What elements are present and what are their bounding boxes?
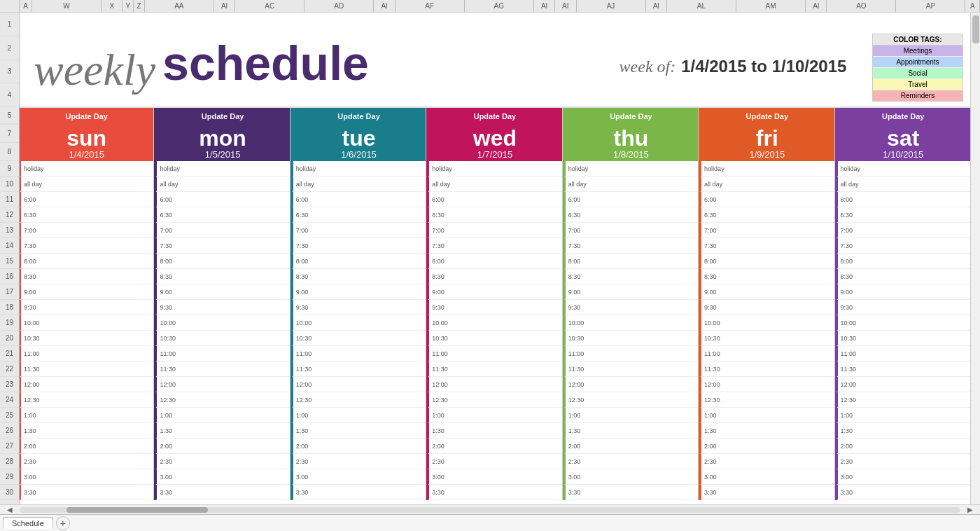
- row-num-29: 29: [0, 469, 19, 485]
- row-num-24: 24: [0, 392, 19, 408]
- time-row-mon-6: 8:00: [155, 254, 289, 269]
- time-row-sat-11: 10:30: [836, 331, 970, 346]
- row-num-9: 9: [0, 161, 19, 177]
- time-label-sat-11: 10:30: [838, 335, 859, 342]
- time-label-sun-11: 10:30: [21, 335, 42, 342]
- time-row-tue-2: 6:00: [292, 192, 426, 207]
- time-row-sun-11: 10:30: [20, 331, 153, 346]
- update-day-btn-tue[interactable]: Update Day: [292, 108, 426, 125]
- time-row-sat-12: 11:00: [836, 346, 970, 361]
- col-hdr-ap: AP: [896, 0, 965, 12]
- row-num-11: 11: [0, 192, 19, 207]
- time-label-thu-17: 1:30: [566, 427, 587, 434]
- row-num-3: 3: [0, 60, 19, 84]
- add-sheet-button[interactable]: +: [56, 516, 70, 530]
- time-label-mon-3: 6:30: [157, 212, 178, 219]
- col-hdr-ak: Al: [646, 0, 667, 12]
- time-row-tue-3: 6:30: [292, 207, 426, 223]
- day-date-wed: 1/7/2015: [477, 149, 513, 160]
- time-row-sun-4: 7:00: [20, 223, 153, 238]
- update-day-btn-thu[interactable]: Update Day: [564, 108, 698, 125]
- time-row-mon-15: 12:30: [155, 392, 289, 408]
- time-label-tue-1: all day: [293, 181, 314, 188]
- time-label-sun-19: 2:30: [21, 458, 42, 465]
- time-row-sat-17: 1:30: [836, 423, 970, 439]
- time-label-sat-21: 3:30: [838, 489, 859, 496]
- time-label-tue-6: 8:00: [293, 258, 314, 265]
- time-row-mon-12: 11:00: [155, 346, 289, 361]
- time-row-sun-13: 11:30: [20, 361, 153, 377]
- day-date-fri: 1/9/2015: [750, 149, 785, 160]
- col-hdr-ah: Al: [534, 0, 555, 12]
- update-day-btn-wed[interactable]: Update Day: [428, 108, 561, 125]
- time-row-mon-20: 3:00: [155, 469, 289, 485]
- time-row-fri-8: 9:00: [700, 284, 834, 300]
- time-row-sun-14: 12:00: [20, 377, 153, 392]
- time-label-wed-21: 3:30: [429, 489, 450, 496]
- col-hdr-an: Al: [806, 0, 827, 12]
- sheet-tab[interactable]: Schedule: [3, 517, 53, 529]
- time-row-wed-19: 2:30: [428, 454, 561, 469]
- time-row-fri-11: 10:30: [700, 331, 834, 346]
- day-col-wed: Update Daywed1/7/2015holidayall day6:006…: [426, 108, 562, 500]
- time-row-sat-1: all day: [836, 177, 970, 192]
- time-label-fri-4: 7:00: [701, 227, 722, 234]
- time-label-sat-9: 9:30: [838, 304, 859, 311]
- time-label-tue-20: 3:00: [293, 474, 314, 481]
- row-num-17: 17: [0, 284, 19, 300]
- time-label-wed-4: 7:00: [429, 227, 450, 234]
- schedule-area: weekly schedule week of: 1/4/2015 to 1/1…: [20, 13, 970, 504]
- row-num-18: 18: [0, 300, 19, 315]
- time-row-wed-6: 8:00: [428, 254, 561, 269]
- time-label-wed-19: 2:30: [429, 458, 450, 465]
- time-row-mon-14: 12:00: [155, 377, 289, 392]
- time-label-fri-8: 9:00: [701, 289, 722, 296]
- time-label-sun-1: all day: [21, 181, 42, 188]
- time-label-mon-4: 7:00: [157, 227, 178, 234]
- col-hdr-ac: AC: [235, 0, 304, 12]
- col-hdr-x: X: [102, 0, 122, 12]
- row-num-4: 4: [0, 83, 19, 107]
- time-row-mon-4: 7:00: [155, 223, 289, 238]
- day-header-mon: mon1/5/2015: [155, 125, 289, 161]
- time-row-sat-8: 9:00: [836, 284, 970, 300]
- update-day-btn-fri[interactable]: Update Day: [700, 108, 834, 125]
- day-name-thu: thu: [614, 127, 649, 149]
- time-row-mon-21: 3:30: [155, 485, 289, 500]
- time-label-fri-20: 3:00: [701, 474, 722, 481]
- day-header-tue: tue1/6/2015: [292, 125, 426, 161]
- update-day-btn-sat[interactable]: Update Day: [836, 108, 970, 125]
- color-tags-title: COLOR TAGS:: [873, 34, 962, 46]
- time-label-sat-10: 10:00: [838, 319, 859, 326]
- horizontal-scrollbar[interactable]: ◀ ▶: [0, 504, 980, 514]
- time-row-fri-16: 1:00: [700, 408, 834, 423]
- update-day-btn-sun[interactable]: Update Day: [20, 108, 153, 125]
- day-header-wed: wed1/7/2015: [428, 125, 561, 161]
- time-row-tue-4: 7:00: [292, 223, 426, 238]
- time-label-wed-12: 11:00: [429, 350, 450, 357]
- time-row-tue-21: 3:30: [292, 485, 426, 500]
- update-day-btn-mon[interactable]: Update Day: [155, 108, 289, 125]
- row-num-10: 10: [0, 177, 19, 192]
- color-tag-reminders: Reminders: [873, 90, 962, 101]
- row-num-21: 21: [0, 346, 19, 361]
- row-num-23: 23: [0, 377, 19, 392]
- time-row-mon-11: 10:30: [155, 331, 289, 346]
- time-row-wed-20: 3:00: [428, 469, 561, 485]
- color-tag-appointments: Appointments: [873, 57, 962, 68]
- time-row-thu-18: 2:00: [564, 439, 698, 454]
- time-label-fri-18: 2:00: [701, 443, 722, 450]
- row-num-19: 19: [0, 315, 19, 331]
- time-label-sun-4: 7:00: [21, 227, 42, 234]
- row-num-27: 27: [0, 439, 19, 454]
- vertical-scrollbar[interactable]: [970, 13, 980, 504]
- time-row-sat-14: 12:00: [836, 377, 970, 392]
- time-row-thu-19: 2:30: [564, 454, 698, 469]
- time-row-sat-16: 1:00: [836, 408, 970, 423]
- time-label-mon-21: 3:30: [157, 489, 178, 496]
- week-of-dates: 1/4/2015 to 1/10/2015: [681, 57, 846, 76]
- color-tag-social: Social: [873, 68, 962, 79]
- time-label-mon-16: 1:00: [157, 412, 178, 419]
- day-header-sun: sun1/4/2015: [20, 125, 153, 161]
- time-row-sun-15: 12:30: [20, 392, 153, 408]
